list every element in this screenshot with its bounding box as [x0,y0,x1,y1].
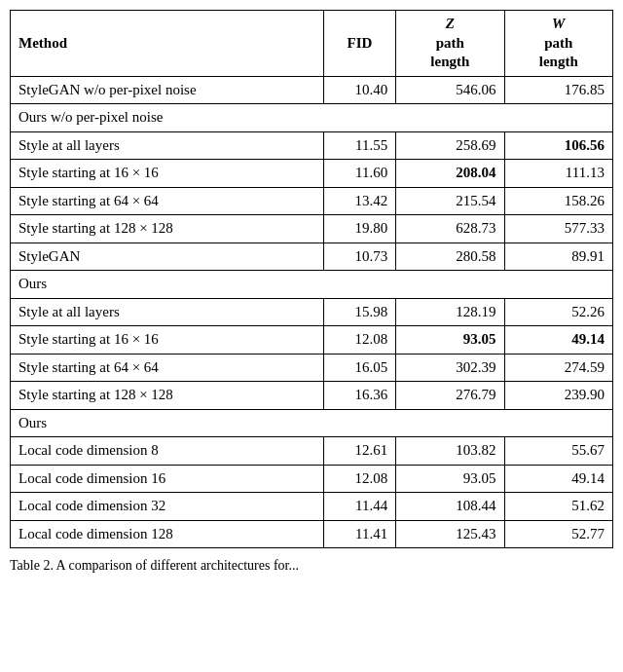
cell-z-path: 628.73 [396,215,504,243]
cell-method: Style starting at 128 × 128 [11,382,324,410]
cell-fid: 10.73 [323,243,395,271]
cell-w-path: 51.62 [504,493,612,521]
table-row: Style at all layers11.55258.69106.56 [11,131,613,160]
cell-w-path: 176.85 [504,76,612,104]
table-row: Local code dimension 812.61103.8255.67 [11,437,613,466]
cell-fid: 12.08 [323,326,395,355]
cell-w-path: 111.13 [504,160,612,188]
cell-fid: 11.44 [323,493,395,521]
cell-method: Style at all layers [11,298,324,326]
group-header-label: Ours w/o per-pixel noise [11,104,613,132]
cell-method: Style starting at 128 × 128 [11,215,324,243]
header-fid: FID [323,11,395,77]
cell-fid: 12.08 [323,465,395,493]
cell-z-path: 93.05 [396,326,504,355]
table-caption: Table 2. A comparison of different archi… [10,556,613,576]
cell-method: StyleGAN [11,243,324,271]
group-header-label: Ours [11,409,613,437]
table-row: Style starting at 16 × 1611.60208.04111.… [11,160,613,188]
cell-method: Style starting at 64 × 64 [11,354,324,382]
cell-method: Style starting at 64 × 64 [11,187,324,215]
table-row: Style starting at 128 × 12816.36276.7923… [11,382,613,410]
cell-w-path: 89.91 [504,243,612,271]
cell-method: Style starting at 16 × 16 [11,326,324,355]
cell-z-path: 280.58 [396,243,504,271]
cell-method: Style starting at 16 × 16 [11,160,324,188]
table-row: Style starting at 64 × 6416.05302.39274.… [11,354,613,382]
cell-method: Local code dimension 8 [11,437,324,466]
cell-z-path: 93.05 [396,465,504,493]
cell-w-path: 52.26 [504,298,612,326]
header-z-path: Zpathlength [396,11,504,77]
cell-w-path: 55.67 [504,437,612,466]
cell-z-path: 215.54 [396,187,504,215]
cell-z-path: 546.06 [396,76,504,104]
cell-w-path: 106.56 [504,131,612,160]
cell-z-path: 276.79 [396,382,504,410]
cell-z-path: 258.69 [396,131,504,160]
table-row: Ours [11,271,613,299]
table-row: Ours w/o per-pixel noise [11,104,613,132]
cell-method: Style at all layers [11,131,324,160]
table-row: Style starting at 64 × 6413.42215.54158.… [11,187,613,215]
cell-z-path: 125.43 [396,520,504,548]
cell-w-path: 49.14 [504,465,612,493]
cell-method: Local code dimension 128 [11,520,324,548]
cell-w-path: 49.14 [504,326,612,355]
table-body: StyleGAN w/o per-pixel noise10.40546.061… [11,76,613,548]
cell-fid: 12.61 [323,437,395,466]
cell-w-path: 52.77 [504,520,612,548]
table-row: Local code dimension 1612.0893.0549.14 [11,465,613,493]
cell-w-path: 158.26 [504,187,612,215]
cell-z-path: 128.19 [396,298,504,326]
table-row: Local code dimension 3211.44108.4451.62 [11,493,613,521]
cell-z-path: 103.82 [396,437,504,466]
table-row: Style at all layers15.98128.1952.26 [11,298,613,326]
header-method: Method [11,11,324,77]
table-row: Local code dimension 12811.41125.4352.77 [11,520,613,548]
header-w-path: Wpathlength [504,11,612,77]
cell-fid: 11.41 [323,520,395,548]
table-row: Style starting at 16 × 1612.0893.0549.14 [11,326,613,355]
cell-fid: 11.60 [323,160,395,188]
cell-fid: 19.80 [323,215,395,243]
cell-z-path: 302.39 [396,354,504,382]
table-header-row: Method FID Zpathlength Wpathlength [11,11,613,77]
table-row: Style starting at 128 × 12819.80628.7357… [11,215,613,243]
table-row: Ours [11,409,613,437]
cell-w-path: 274.59 [504,354,612,382]
cell-w-path: 577.33 [504,215,612,243]
cell-fid: 13.42 [323,187,395,215]
cell-fid: 16.05 [323,354,395,382]
table-row: StyleGAN10.73280.5889.91 [11,243,613,271]
cell-fid: 10.40 [323,76,395,104]
results-table: Method FID Zpathlength Wpathlength Style… [10,10,613,548]
table-row: StyleGAN w/o per-pixel noise10.40546.061… [11,76,613,104]
cell-fid: 11.55 [323,131,395,160]
group-header-label: Ours [11,271,613,299]
cell-z-path: 108.44 [396,493,504,521]
cell-w-path: 239.90 [504,382,612,410]
cell-method: Local code dimension 32 [11,493,324,521]
table-container: Method FID Zpathlength Wpathlength Style… [10,10,613,576]
cell-method: Local code dimension 16 [11,465,324,493]
cell-fid: 15.98 [323,298,395,326]
cell-method: StyleGAN w/o per-pixel noise [11,76,324,104]
cell-fid: 16.36 [323,382,395,410]
cell-z-path: 208.04 [396,160,504,188]
